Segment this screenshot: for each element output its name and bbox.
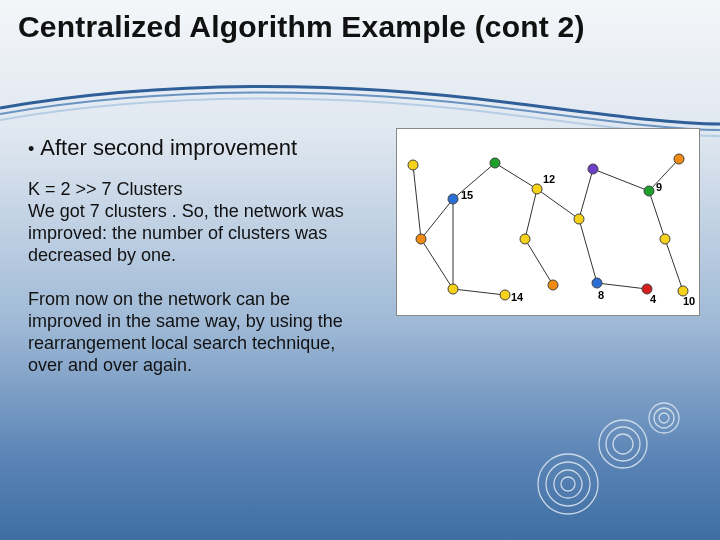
svg-line-9 [537,189,579,219]
node [520,234,531,245]
paragraph-1: K = 2 >> 7 ClustersWe got 7 clusters . S… [28,179,368,267]
node [548,280,559,291]
svg-line-4 [453,289,505,295]
rings-decoration [528,386,698,526]
svg-point-24 [649,403,679,433]
node [574,214,585,225]
slide: Centralized Algorithm Example (cont 2) •… [0,0,720,540]
bullet-text: After second improvement [40,135,297,161]
svg-point-18 [546,462,590,506]
node [408,160,419,171]
node [448,284,459,295]
node [592,278,603,289]
svg-line-0 [413,165,421,239]
text-column: • After second improvement K = 2 >> 7 Cl… [28,135,368,399]
svg-line-16 [597,283,647,289]
svg-point-21 [599,420,647,468]
node [490,158,501,169]
svg-point-26 [659,413,669,423]
node [416,234,427,245]
svg-point-20 [561,477,575,491]
svg-line-15 [665,239,683,291]
node-label-9: 9 [656,181,662,193]
svg-line-13 [649,159,679,191]
svg-line-10 [579,169,593,219]
svg-line-1 [421,199,453,239]
node-label-10: 10 [683,295,695,307]
node-label-4: 4 [650,293,656,305]
svg-line-12 [593,169,649,191]
svg-line-7 [525,189,537,239]
svg-point-23 [613,434,633,454]
node [448,194,459,205]
node-label-15: 15 [461,189,473,201]
svg-point-17 [538,454,598,514]
paragraph-2: From now on the network can be improved … [28,289,368,377]
network-diagram: 15 12 9 14 8 4 10 [396,128,700,316]
svg-point-19 [554,470,582,498]
node [588,164,599,175]
svg-line-6 [495,163,537,189]
node-label-12: 12 [543,173,555,185]
svg-line-5 [453,163,495,199]
node [660,234,671,245]
bullet-item: • After second improvement [28,135,368,161]
node [532,184,543,195]
node [500,290,511,301]
bullet-marker: • [28,138,34,160]
slide-title: Centralized Algorithm Example (cont 2) [18,10,702,44]
svg-point-25 [654,408,674,428]
svg-line-11 [579,219,597,283]
node-label-14: 14 [511,291,523,303]
node-label-8: 8 [598,289,604,301]
svg-line-14 [649,191,665,239]
node [674,154,685,165]
svg-line-8 [525,239,553,285]
svg-line-3 [421,239,453,289]
node [644,186,655,197]
svg-point-22 [606,427,640,461]
